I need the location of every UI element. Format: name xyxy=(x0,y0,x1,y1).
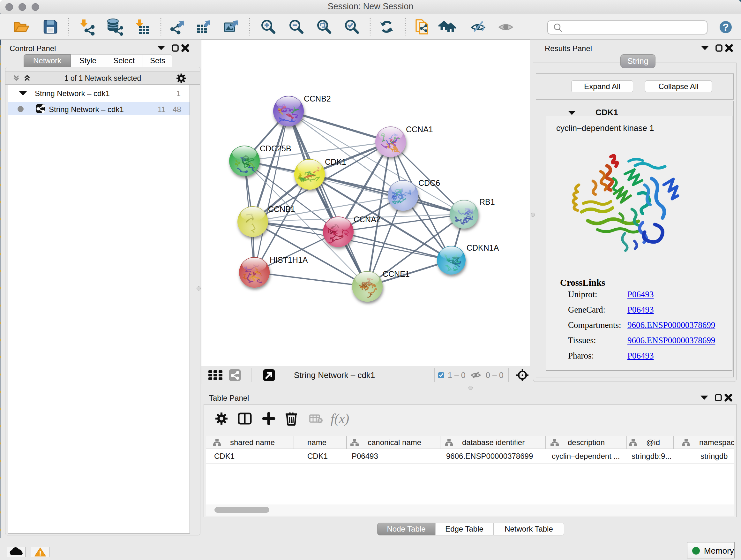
svg-text:CCNE1: CCNE1 xyxy=(383,269,410,278)
svg-text:f(x): f(x) xyxy=(331,411,349,426)
svg-text:9606.ENSP00000378699: 9606.ENSP00000378699 xyxy=(446,452,533,460)
svg-text:CDC25B: CDC25B xyxy=(260,144,291,153)
svg-text:CCNA2: CCNA2 xyxy=(354,215,381,224)
svg-text:CDK1: CDK1 xyxy=(325,158,346,166)
svg-text:HIST1H1A: HIST1H1A xyxy=(270,255,308,264)
svg-text:stringdb: stringdb xyxy=(700,452,728,460)
svg-text:CCNA1: CCNA1 xyxy=(406,125,433,134)
svg-text:CCNB1: CCNB1 xyxy=(268,205,295,213)
svg-text:stringdb:9...: stringdb:9... xyxy=(631,452,671,460)
svg-text:canonical name: canonical name xyxy=(367,438,421,447)
svg-text:String Network – cdk1: String Network – cdk1 xyxy=(294,370,375,380)
svg-text:name: name xyxy=(307,438,327,447)
svg-text:description: description xyxy=(568,438,605,447)
svg-text:P06493: P06493 xyxy=(352,452,378,460)
svg-text:?: ? xyxy=(723,21,729,33)
svg-text:namespac: namespac xyxy=(699,438,734,447)
svg-text:cyclin–dependent ...: cyclin–dependent ... xyxy=(552,452,620,460)
svg-text:0 – 0: 0 – 0 xyxy=(486,371,503,380)
svg-text:CCNB2: CCNB2 xyxy=(304,94,331,103)
svg-text:1 – 0: 1 – 0 xyxy=(448,371,466,380)
svg-text:RB1: RB1 xyxy=(479,197,495,206)
svg-text:CDKN1A: CDKN1A xyxy=(467,243,499,252)
svg-text:database identifier: database identifier xyxy=(462,438,525,447)
svg-text:@id: @id xyxy=(646,438,660,447)
svg-text:CDK1: CDK1 xyxy=(307,452,328,460)
svg-text:shared name: shared name xyxy=(230,438,275,447)
svg-text:CDK1: CDK1 xyxy=(214,452,234,460)
svg-text:CDC6: CDC6 xyxy=(418,179,440,187)
